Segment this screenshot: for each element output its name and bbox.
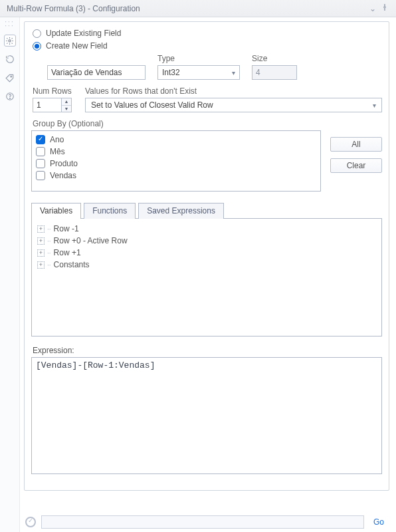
tree-item[interactable]: +··Row +0 - Active Row [37,235,376,247]
type-label: Type [157,54,240,63]
numrows-down[interactable]: ▼ [62,105,71,112]
tab-functions[interactable]: Functions [84,203,136,219]
expression-label: Expression: [33,346,382,355]
groupby-all-button[interactable]: All [330,137,382,152]
expand-icon[interactable]: + [37,249,45,257]
refresh-icon[interactable] [4,53,16,65]
valuesmissing-label: Values for Rows that don't Exist [85,86,382,96]
size-input [252,65,297,80]
groupby-item[interactable]: Mês [36,146,316,158]
mode-create-row[interactable]: Create New Field [33,41,382,51]
groupby-list[interactable]: Ano Mês Produto Vendas [31,130,321,192]
titlebar: Multi-Row Formula (3) - Configuration ⌄ [0,0,396,17]
valuesmissing-select[interactable]: Set to Values of Closest Valid Row ▾ [85,98,382,112]
variables-tree[interactable]: +··Row -1 +··Row +0 - Active Row +··Row … [31,218,382,336]
left-toolbar: ······ [0,17,20,532]
tab-variables[interactable]: Variables [31,203,81,219]
radio-update[interactable] [33,29,41,38]
type-select[interactable]: Int32 ▾ [157,65,240,80]
groupby-item[interactable]: Produto [36,158,316,170]
valuesmissing-value: Set to Values of Closest Valid Row [91,100,213,110]
expand-icon[interactable]: + [37,237,45,245]
checkbox[interactable] [36,159,45,168]
window-title: Multi-Row Formula (3) - Configuration [7,4,367,13]
checkbox[interactable] [36,135,45,144]
checkbox[interactable] [36,171,45,180]
numrows-up[interactable]: ▲ [62,98,71,105]
svg-point-3 [9,98,10,98]
groupby-clear-button[interactable]: Clear [330,158,382,173]
footer-input[interactable] [41,515,364,529]
mode-update-row[interactable]: Update Existing Field [33,29,382,38]
size-label: Size [252,54,297,63]
newfield-name-input[interactable] [47,65,146,80]
numrows-input[interactable] [33,98,62,112]
go-button[interactable]: Go [369,517,388,527]
checkbox[interactable] [36,147,45,156]
config-panel: Update Existing Field Create New Field T… [24,21,389,491]
tab-saved-expressions[interactable]: Saved Expressions [138,203,224,219]
mode-update-label: Update Existing Field [46,29,121,38]
numrows-label: Num Rows [33,86,72,96]
groupby-item[interactable]: Vendas [36,170,316,182]
newfield-name-label [47,54,146,63]
tree-item[interactable]: +··Constants [37,259,376,271]
expand-icon[interactable]: + [37,225,45,233]
svg-point-1 [10,76,11,77]
chevron-down-icon: ▾ [232,69,235,76]
expression-editor[interactable]: [Vendas]-[Row-1:Vendas] [31,357,382,474]
radio-create[interactable] [33,42,41,51]
type-value: Int32 [162,68,180,77]
pin-icon[interactable] [379,3,391,13]
drag-handle-icon[interactable]: ······ [5,20,14,28]
help-icon[interactable] [4,90,16,102]
tree-item[interactable]: +··Row +1 [37,247,376,259]
status-ok-icon [25,517,36,527]
gear-icon[interactable] [4,35,16,47]
groupby-item[interactable]: Ano [36,134,316,146]
footer: Go [20,512,396,532]
chevron-down-icon[interactable]: ⌄ [367,4,379,13]
tree-item[interactable]: +··Row -1 [37,223,376,235]
expand-icon[interactable]: + [37,261,45,269]
chevron-down-icon: ▾ [373,102,376,109]
groupby-label: Group By (Optional) [33,119,382,128]
tag-icon[interactable] [4,72,16,84]
mode-create-label: Create New Field [46,41,108,51]
svg-point-0 [9,39,11,41]
